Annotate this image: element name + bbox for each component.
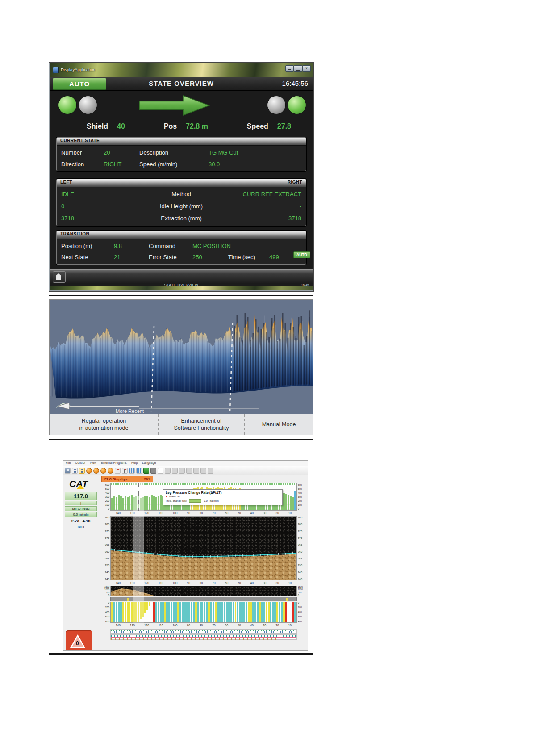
tick-label: 90 <box>187 512 190 515</box>
bar <box>285 602 287 622</box>
bar <box>219 602 221 622</box>
tick-label: 500 <box>106 592 109 594</box>
orange-dot-icon[interactable] <box>108 468 113 474</box>
panel-icon[interactable] <box>186 468 192 474</box>
bar <box>158 496 159 510</box>
tick-label: 60 <box>225 581 228 584</box>
green-grid-icon[interactable] <box>143 468 149 474</box>
orange-dot-icon[interactable] <box>100 468 106 474</box>
bar <box>200 602 201 622</box>
bar <box>120 496 122 510</box>
separator <box>49 295 313 296</box>
speed-mmin-label: Speed (m/min) <box>139 161 209 168</box>
shield-value: 40 <box>117 122 125 130</box>
conveyor-bar <box>110 597 297 601</box>
bar <box>133 497 135 510</box>
doc-icon[interactable] <box>158 468 163 474</box>
bar <box>140 602 142 619</box>
tick-label: 120 <box>144 512 149 515</box>
left-right-row: 3718Extraction (mm)3718 <box>57 211 306 223</box>
user-select-icon[interactable] <box>79 468 85 474</box>
bar <box>120 602 122 622</box>
titlebar[interactable]: DisplayApplication x <box>50 63 313 77</box>
bar <box>142 602 144 617</box>
bar <box>279 602 280 622</box>
flag-icon[interactable] <box>115 468 121 474</box>
tick-label: 600 <box>298 616 302 618</box>
bar <box>270 602 272 622</box>
signal-icon[interactable] <box>129 468 135 474</box>
tick-label: 965 <box>105 543 109 546</box>
wallpaper-strip <box>50 286 313 290</box>
bar <box>153 602 155 622</box>
bar <box>131 495 133 510</box>
tick-label: 70 <box>212 581 215 584</box>
separator <box>49 653 313 655</box>
tick-label: 60 <box>225 624 228 627</box>
panel-icon[interactable] <box>165 468 171 474</box>
user-icon[interactable] <box>72 468 78 474</box>
right-value: 3718 <box>221 215 301 222</box>
home-button[interactable] <box>53 271 66 283</box>
tick-label: 140 <box>116 512 121 515</box>
bar <box>116 602 117 622</box>
header-bar: STATE OVERVIEW AUTO 16:45:56 <box>50 77 313 91</box>
tick-label: 955 <box>105 557 109 560</box>
direction-value: RIGHT <box>104 161 139 168</box>
bar <box>288 495 289 510</box>
panel-icon[interactable] <box>172 468 178 474</box>
left-right-section: LEFT RIGHT IDLEMethodCURR REF EXTRACT0Id… <box>56 179 306 226</box>
tick-label: 0 <box>298 508 299 511</box>
panel-icon[interactable] <box>208 468 213 474</box>
window-title: DisplayApplication <box>61 67 96 72</box>
bar <box>252 602 254 622</box>
next-state-label: Next State <box>61 254 114 260</box>
stats-row: Shield40 Pos72.8 m Speed27.8 <box>50 119 313 134</box>
bar <box>259 602 261 622</box>
tick-label: 100 <box>298 504 302 507</box>
tick-label: 1000 <box>104 588 109 591</box>
bar <box>201 602 203 622</box>
bar <box>122 602 124 622</box>
footer-bar <box>50 269 313 283</box>
bar <box>283 602 285 622</box>
tick-label: 80 <box>200 581 203 584</box>
tick-label: 10 <box>288 581 292 584</box>
tick-label: 500 <box>105 488 109 491</box>
bar <box>193 602 195 622</box>
close-icon[interactable]: x <box>302 65 311 72</box>
maximize-icon[interactable] <box>294 65 302 72</box>
panel-icon[interactable] <box>179 468 185 474</box>
minimize-icon[interactable] <box>285 65 294 72</box>
bar <box>228 602 230 622</box>
bar <box>118 602 120 622</box>
signal-icon[interactable] <box>136 468 142 474</box>
orange-dot-icon[interactable] <box>86 468 92 474</box>
tick-label: 1000 <box>298 588 303 591</box>
bar <box>140 498 142 510</box>
auto-status-badge: AUTO <box>293 251 310 258</box>
bar <box>144 602 146 613</box>
panel-icon[interactable] <box>193 468 199 474</box>
surface-history-figure: More Recent Regular operationin automati… <box>49 299 313 435</box>
bar <box>250 602 252 622</box>
bar <box>146 496 148 510</box>
pos-label: Pos <box>164 122 177 130</box>
bar <box>127 602 129 622</box>
left-title: LEFT <box>60 180 72 186</box>
save-icon[interactable] <box>65 468 71 474</box>
tick-label: 30 <box>263 512 266 515</box>
tick-label: 80 <box>200 624 203 627</box>
flag-icon[interactable] <box>122 468 128 474</box>
panel-icon[interactable] <box>200 468 206 474</box>
current-state-section: CURRENT STATE Number 20 Description TG M… <box>56 137 306 171</box>
bar <box>188 602 190 622</box>
bar <box>158 602 159 622</box>
bar <box>186 602 188 622</box>
tick-label: 400 <box>298 492 302 495</box>
orange-dot-icon[interactable] <box>93 468 99 474</box>
tick-label: 960 <box>105 550 109 553</box>
dark-grid-icon[interactable] <box>150 468 156 474</box>
bar <box>135 496 137 510</box>
auto-mode-button[interactable]: AUTO <box>53 78 106 90</box>
